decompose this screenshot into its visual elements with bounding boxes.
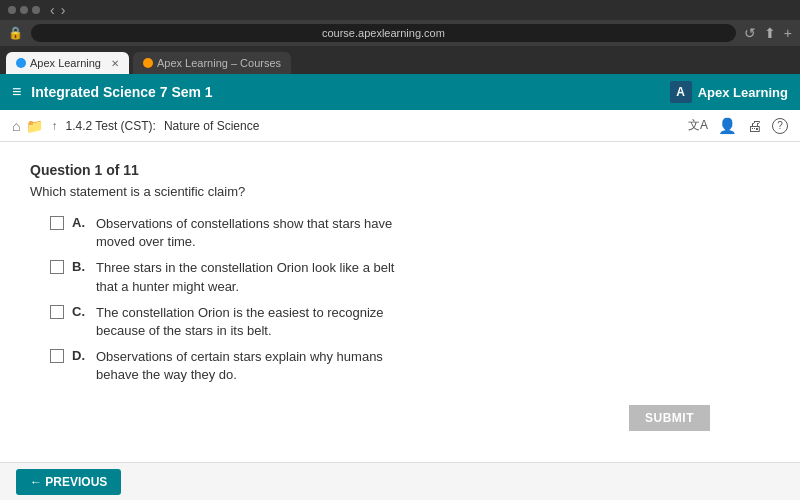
home-icon[interactable]: ⌂ — [12, 118, 20, 134]
translate-icon[interactable]: 文A — [688, 117, 708, 134]
help-icon[interactable]: ? — [772, 118, 788, 134]
browser-toolbar: 🔒 course.apexlearning.com ↺ ⬆ + — [0, 20, 800, 46]
previous-button[interactable]: ← PREVIOUS — [16, 469, 121, 495]
print-icon[interactable]: 🖨 — [747, 117, 762, 134]
answer-option-a: A. Observations of constellations show t… — [50, 215, 770, 251]
breadcrumb-tools: 文A 👤 🖨 ? — [688, 117, 788, 135]
close-tab-icon[interactable]: ✕ — [111, 58, 119, 69]
active-tab[interactable]: Apex Learning ✕ — [6, 52, 129, 74]
answer-option-c: C. The constellation Orion is the easies… — [50, 304, 770, 340]
tab-favicon-active — [16, 58, 26, 68]
back-button[interactable]: ‹ — [50, 2, 55, 18]
footer: ← PREVIOUS — [0, 462, 800, 500]
answer-letter-a: A. — [72, 215, 88, 230]
url-text: course.apexlearning.com — [322, 27, 445, 39]
breadcrumb-lesson: 1.4.2 Test (CST): — [65, 119, 155, 133]
apex-logo-icon: A — [670, 81, 692, 103]
question-number: Question 1 of 11 — [30, 162, 770, 178]
window-minimize-dot — [20, 6, 28, 14]
app-title: Integrated Science 7 Sem 1 — [31, 84, 659, 100]
tab-favicon-inactive — [143, 58, 153, 68]
breadcrumb-nav-icons: ⌂ 📁 — [12, 118, 43, 134]
browser-tabs: Apex Learning ✕ Apex Learning – Courses — [0, 46, 800, 74]
active-tab-label: Apex Learning — [30, 57, 101, 69]
checkbox-d[interactable] — [50, 349, 64, 363]
forward-button[interactable]: › — [61, 2, 66, 18]
share-icon[interactable]: ⬆ — [764, 25, 776, 41]
breadcrumb-separator: ↑ — [51, 119, 57, 133]
answer-option-d: D. Observations of certain stars explain… — [50, 348, 770, 384]
browser-navigation: ‹ › — [50, 2, 65, 18]
checkbox-a[interactable] — [50, 216, 64, 230]
question-text: Which statement is a scientific claim? — [30, 184, 770, 199]
breadcrumb-bar: ⌂ 📁 ↑ 1.4.2 Test (CST): Nature of Scienc… — [0, 110, 800, 142]
inactive-tab[interactable]: Apex Learning – Courses — [133, 52, 291, 74]
new-tab-icon[interactable]: + — [784, 25, 792, 41]
browser-window-controls — [8, 6, 40, 14]
submit-area: SUBMIT — [30, 405, 770, 431]
reload-icon[interactable]: ↺ — [744, 25, 756, 41]
answer-text-b: Three stars in the constellation Orion l… — [96, 259, 396, 295]
main-content: Question 1 of 11 Which statement is a sc… — [0, 142, 800, 462]
apex-logo: A Apex Learning — [670, 81, 788, 103]
answer-text-a: Observations of constellations show that… — [96, 215, 396, 251]
url-bar[interactable]: course.apexlearning.com — [31, 24, 736, 42]
menu-icon[interactable]: ≡ — [12, 83, 21, 101]
answer-text-c: The constellation Orion is the easiest t… — [96, 304, 396, 340]
folder-icon[interactable]: 📁 — [26, 118, 43, 134]
window-maximize-dot — [32, 6, 40, 14]
answer-letter-b: B. — [72, 259, 88, 274]
answer-option-b: B. Three stars in the constellation Orio… — [50, 259, 770, 295]
accessibility-icon[interactable]: 👤 — [718, 117, 737, 135]
answer-options: A. Observations of constellations show t… — [50, 215, 770, 385]
breadcrumb-topic: Nature of Science — [164, 119, 259, 133]
security-icon: 🔒 — [8, 26, 23, 40]
checkbox-c[interactable] — [50, 305, 64, 319]
answer-letter-c: C. — [72, 304, 88, 319]
checkbox-b[interactable] — [50, 260, 64, 274]
browser-chrome: ‹ › — [0, 0, 800, 20]
apex-logo-text: Apex Learning — [698, 85, 788, 100]
window-close-dot — [8, 6, 16, 14]
submit-button[interactable]: SUBMIT — [629, 405, 710, 431]
app-header: ≡ Integrated Science 7 Sem 1 A Apex Lear… — [0, 74, 800, 110]
answer-text-d: Observations of certain stars explain wh… — [96, 348, 396, 384]
inactive-tab-label: Apex Learning – Courses — [157, 57, 281, 69]
answer-letter-d: D. — [72, 348, 88, 363]
